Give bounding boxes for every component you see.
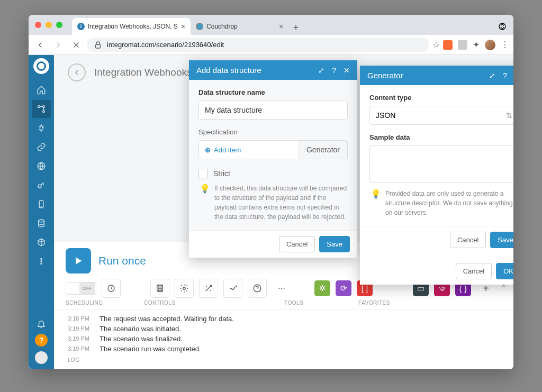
help-icon[interactable]: ? — [332, 66, 336, 75]
app-container: ? Integration Webhooks Run once OFF — [29, 55, 513, 369]
page-title: Integration Webhooks — [94, 67, 192, 78]
browser-tab-active[interactable]: i Integration Webhooks, JSON, S × — [72, 18, 191, 35]
minimize-window-icon[interactable] — [46, 22, 52, 28]
bulb-icon: 💡 — [200, 184, 210, 222]
add-item-button[interactable]: ⊕ Add item — [198, 140, 299, 159]
magic-button[interactable] — [199, 279, 218, 298]
browser-tabs: i Integration Webhooks, JSON, S × 🌐 Couc… — [72, 15, 303, 35]
sidebar-item-data[interactable] — [32, 214, 51, 232]
modal-header: Generator ⤢ ? ✕ — [360, 66, 513, 85]
help-icon[interactable]: ? — [503, 71, 507, 80]
sidebar-item-3d[interactable] — [32, 233, 51, 251]
content-type-label: Content type — [369, 94, 513, 102]
sidebar-item-more[interactable] — [32, 252, 51, 270]
sidebar-item-templates[interactable] — [32, 119, 51, 137]
svg-point-10 — [41, 261, 42, 262]
expand-icon[interactable]: ⤢ — [489, 71, 495, 80]
modal-body: Data structure name Specification ⊕ Add … — [189, 80, 357, 230]
url-input[interactable]: integromat.com/scenario/2193640/edit — [87, 38, 429, 52]
profile-avatar[interactable] — [485, 40, 495, 50]
chevron-updown-icon: ⇅ — [506, 111, 512, 120]
extensions-menu-icon[interactable]: ✦ — [473, 40, 480, 50]
app-sidebar: ? — [29, 55, 54, 369]
svg-point-11 — [41, 263, 42, 264]
log-entry: 3:18 PMThe request was accepted. Waiting… — [54, 314, 513, 324]
svg-rect-15 — [158, 289, 161, 291]
sidebar-item-connections[interactable] — [32, 138, 51, 156]
sidebar-item-webhooks[interactable] — [32, 157, 51, 175]
svg-point-3 — [43, 106, 45, 108]
tab-title: Integration Webhooks, JSON, S — [88, 23, 178, 30]
modal-body: Content type JSON ⇅ Sample data 💡 Provid… — [360, 85, 513, 226]
favicon-integromat: i — [77, 23, 85, 30]
add-data-structure-modal: Add data structure ⤢ ? ✕ Data structure … — [189, 60, 357, 258]
stop-button[interactable] — [69, 38, 84, 52]
extension-icon[interactable] — [458, 40, 467, 50]
save-button[interactable]: Save — [319, 236, 350, 252]
save-button[interactable]: Save — [490, 232, 513, 248]
sidebar-item-scenarios[interactable] — [32, 100, 51, 118]
name-label: Data structure name — [198, 88, 348, 96]
new-tab-button[interactable]: + — [288, 20, 303, 35]
hint-row: 💡 If checked, this data structure will b… — [198, 184, 348, 222]
data-structure-name-input[interactable] — [198, 101, 348, 120]
cancel-button[interactable]: Cancel — [450, 232, 486, 248]
modal-title: Generator — [367, 71, 489, 80]
sidebar-item-home[interactable] — [32, 81, 51, 99]
help-button[interactable] — [248, 279, 267, 298]
tool-green[interactable]: ✲ — [314, 280, 330, 296]
browser-tab[interactable]: 🌐 Couchdrop × — [191, 18, 288, 35]
close-tab-icon[interactable]: × — [279, 22, 283, 31]
export-button[interactable] — [223, 279, 242, 298]
expand-icon[interactable]: ⤢ — [318, 66, 324, 75]
specification-label: Specification — [198, 128, 348, 136]
cancel-button[interactable]: Cancel — [279, 236, 315, 252]
close-window-icon[interactable] — [35, 22, 41, 28]
close-tab-icon[interactable]: × — [181, 22, 185, 31]
scheduling-toggle[interactable]: OFF — [66, 282, 96, 295]
outer-cancel-button[interactable]: Cancel — [456, 263, 492, 279]
generator-modal: Generator ⤢ ? ✕ Content type JSON ⇅ Samp… — [360, 66, 513, 285]
url-text: integromat.com/scenario/2193640/edit — [107, 41, 224, 49]
controls-label: CONTROLS — [144, 300, 284, 306]
lock-icon — [93, 40, 103, 50]
browser-menu-icon[interactable]: ⋮ — [501, 40, 509, 50]
sidebar-item-keys[interactable] — [32, 176, 51, 194]
hint-text: If checked, this data structure will be … — [214, 184, 348, 222]
maximize-window-icon[interactable] — [56, 22, 62, 28]
sidebar-user-avatar[interactable] — [35, 351, 48, 364]
expand-icon[interactable] — [498, 22, 507, 31]
close-icon[interactable]: ✕ — [344, 66, 350, 75]
content-type-select[interactable]: JSON ⇅ — [369, 106, 513, 125]
run-button[interactable] — [66, 248, 91, 274]
tools-label: TOOLS — [284, 300, 358, 306]
app-logo[interactable] — [33, 58, 49, 74]
hint-row: 💡 Provided data are only used to generat… — [369, 189, 513, 217]
svg-point-6 — [38, 185, 41, 188]
modal-header: Add data structure ⤢ ? ✕ — [189, 60, 357, 80]
settings-button[interactable] — [175, 279, 194, 298]
outer-ok-button[interactable]: OK — [496, 263, 513, 279]
more-button[interactable]: ··· — [272, 279, 291, 298]
svg-point-16 — [183, 287, 186, 290]
tool-purple[interactable]: ⟳ — [336, 280, 351, 296]
log-label: LOG — [54, 354, 513, 365]
clock-button[interactable] — [102, 279, 121, 298]
forward-button[interactable] — [51, 38, 66, 52]
generator-button[interactable]: Generator — [299, 140, 348, 159]
sample-data-textarea[interactable] — [369, 145, 513, 183]
extension-icon[interactable] — [443, 40, 453, 50]
bookmark-icon[interactable]: ☆ — [432, 40, 440, 50]
sample-data-label: Sample data — [369, 133, 513, 141]
strict-checkbox[interactable] — [198, 169, 208, 178]
address-bar: integromat.com/scenario/2193640/edit ☆ ✦… — [29, 35, 513, 55]
tab-title: Couchdrop — [206, 23, 238, 30]
log-entry: 3:19 PMThe scenario run was completed. — [54, 344, 513, 354]
favicon-globe: 🌐 — [196, 23, 203, 30]
back-to-list-button[interactable] — [68, 63, 86, 81]
sidebar-item-notifications[interactable] — [32, 315, 51, 333]
sidebar-item-devices[interactable] — [32, 195, 51, 213]
sidebar-item-help[interactable]: ? — [35, 334, 48, 347]
save-button[interactable] — [150, 279, 169, 298]
back-button[interactable] — [33, 38, 48, 52]
